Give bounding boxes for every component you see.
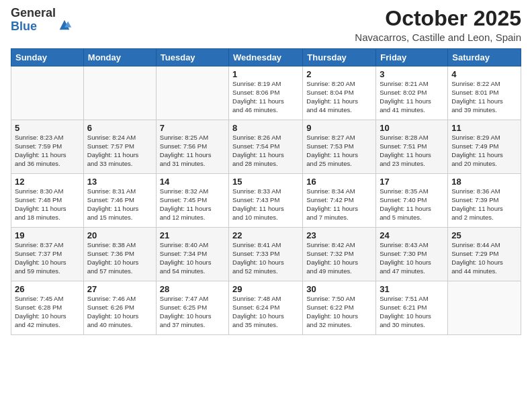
day-cell: 11Sunrise: 8:29 AM Sunset: 7:49 PM Dayli… <box>448 120 521 174</box>
day-cell: 14Sunrise: 8:32 AM Sunset: 7:45 PM Dayli… <box>156 174 228 228</box>
day-number: 28 <box>160 284 225 294</box>
day-info: Sunrise: 8:27 AM Sunset: 7:53 PM Dayligh… <box>306 134 372 168</box>
day-number: 27 <box>87 284 152 294</box>
day-number: 22 <box>232 230 299 240</box>
day-header-thursday: Thursday <box>303 49 376 66</box>
location-title: Navacarros, Castille and Leon, Spain <box>355 32 521 43</box>
day-cell: 13Sunrise: 8:31 AM Sunset: 7:46 PM Dayli… <box>83 174 156 228</box>
day-cell: 19Sunrise: 8:37 AM Sunset: 7:37 PM Dayli… <box>11 228 84 281</box>
day-cell: 27Sunrise: 7:46 AM Sunset: 6:26 PM Dayli… <box>83 281 156 335</box>
day-header-monday: Monday <box>83 49 156 66</box>
day-number: 17 <box>380 177 444 187</box>
day-cell: 29Sunrise: 7:48 AM Sunset: 6:24 PM Dayli… <box>229 281 303 335</box>
day-info: Sunrise: 8:20 AM Sunset: 8:04 PM Dayligh… <box>306 80 372 114</box>
day-cell: 10Sunrise: 8:28 AM Sunset: 7:51 PM Dayli… <box>376 120 448 174</box>
day-number: 21 <box>160 230 225 240</box>
day-cell: 23Sunrise: 8:42 AM Sunset: 7:32 PM Dayli… <box>303 228 376 281</box>
day-info: Sunrise: 7:45 AM Sunset: 6:28 PM Dayligh… <box>15 295 80 329</box>
day-cell: 25Sunrise: 8:44 AM Sunset: 7:29 PM Dayli… <box>448 228 521 281</box>
day-number: 25 <box>451 230 517 240</box>
day-cell: 30Sunrise: 7:50 AM Sunset: 6:22 PM Dayli… <box>303 281 376 335</box>
day-number: 12 <box>15 177 80 187</box>
day-info: Sunrise: 7:46 AM Sunset: 6:26 PM Dayligh… <box>87 295 152 329</box>
week-row-5: 26Sunrise: 7:45 AM Sunset: 6:28 PM Dayli… <box>11 281 521 335</box>
day-info: Sunrise: 8:36 AM Sunset: 7:39 PM Dayligh… <box>451 187 517 222</box>
day-number: 24 <box>380 230 444 240</box>
day-header-tuesday: Tuesday <box>156 49 228 66</box>
day-info: Sunrise: 7:47 AM Sunset: 6:25 PM Dayligh… <box>160 295 225 329</box>
day-info: Sunrise: 8:29 AM Sunset: 7:49 PM Dayligh… <box>451 134 517 168</box>
day-cell: 16Sunrise: 8:34 AM Sunset: 7:42 PM Dayli… <box>303 174 376 228</box>
day-info: Sunrise: 8:22 AM Sunset: 8:01 PM Dayligh… <box>451 80 517 114</box>
day-number: 16 <box>306 177 372 187</box>
day-number: 23 <box>306 230 372 240</box>
day-info: Sunrise: 8:31 AM Sunset: 7:46 PM Dayligh… <box>87 187 152 222</box>
day-cell: 18Sunrise: 8:36 AM Sunset: 7:39 PM Dayli… <box>448 174 521 228</box>
day-cell: 2Sunrise: 8:20 AM Sunset: 8:04 PM Daylig… <box>303 66 376 120</box>
day-number: 6 <box>87 123 152 133</box>
day-number: 10 <box>380 123 444 133</box>
day-info: Sunrise: 8:42 AM Sunset: 7:32 PM Dayligh… <box>306 241 372 275</box>
logo: General Blue <box>11 7 72 34</box>
day-number: 7 <box>160 123 225 133</box>
day-cell: 17Sunrise: 8:35 AM Sunset: 7:40 PM Dayli… <box>376 174 448 228</box>
day-info: Sunrise: 8:19 AM Sunset: 8:06 PM Dayligh… <box>232 80 299 114</box>
day-number: 29 <box>232 284 299 294</box>
day-cell: 21Sunrise: 8:40 AM Sunset: 7:34 PM Dayli… <box>156 228 228 281</box>
day-header-friday: Friday <box>376 49 448 66</box>
day-number: 26 <box>15 284 80 294</box>
day-header-saturday: Saturday <box>448 49 521 66</box>
day-cell: 28Sunrise: 7:47 AM Sunset: 6:25 PM Dayli… <box>156 281 228 335</box>
day-number: 11 <box>451 123 517 133</box>
day-cell <box>448 281 521 335</box>
day-info: Sunrise: 8:33 AM Sunset: 7:43 PM Dayligh… <box>232 187 299 222</box>
day-cell <box>11 66 84 120</box>
month-title: October 2025 <box>355 7 521 30</box>
day-number: 2 <box>306 69 372 79</box>
day-cell: 22Sunrise: 8:41 AM Sunset: 7:33 PM Dayli… <box>229 228 303 281</box>
day-cell: 1Sunrise: 8:19 AM Sunset: 8:06 PM Daylig… <box>229 66 303 120</box>
day-number: 8 <box>232 123 299 133</box>
day-number: 1 <box>232 69 299 79</box>
week-row-1: 1Sunrise: 8:19 AM Sunset: 8:06 PM Daylig… <box>11 66 521 120</box>
calendar-table: SundayMondayTuesdayWednesdayThursdayFrid… <box>11 48 521 335</box>
day-info: Sunrise: 8:44 AM Sunset: 7:29 PM Dayligh… <box>451 241 517 275</box>
page: General Blue October 2025 Navacarros, Ca… <box>0 0 532 411</box>
day-info: Sunrise: 8:24 AM Sunset: 7:57 PM Dayligh… <box>87 134 152 168</box>
day-cell: 15Sunrise: 8:33 AM Sunset: 7:43 PM Dayli… <box>229 174 303 228</box>
day-number: 4 <box>451 69 517 79</box>
day-info: Sunrise: 8:25 AM Sunset: 7:56 PM Dayligh… <box>160 134 225 168</box>
day-cell: 6Sunrise: 8:24 AM Sunset: 7:57 PM Daylig… <box>83 120 156 174</box>
day-number: 15 <box>232 177 299 187</box>
day-cell: 4Sunrise: 8:22 AM Sunset: 8:01 PM Daylig… <box>448 66 521 120</box>
day-info: Sunrise: 8:41 AM Sunset: 7:33 PM Dayligh… <box>232 241 299 275</box>
day-info: Sunrise: 8:40 AM Sunset: 7:34 PM Dayligh… <box>160 241 225 275</box>
day-number: 20 <box>87 230 152 240</box>
day-info: Sunrise: 7:48 AM Sunset: 6:24 PM Dayligh… <box>232 295 299 329</box>
day-header-wednesday: Wednesday <box>229 49 303 66</box>
day-info: Sunrise: 8:21 AM Sunset: 8:02 PM Dayligh… <box>380 80 444 114</box>
day-number: 30 <box>306 284 372 294</box>
day-info: Sunrise: 8:35 AM Sunset: 7:40 PM Dayligh… <box>380 187 444 222</box>
day-number: 3 <box>380 69 444 79</box>
calendar-header-row: SundayMondayTuesdayWednesdayThursdayFrid… <box>11 49 521 66</box>
day-number: 18 <box>451 177 517 187</box>
day-cell <box>83 66 156 120</box>
logo-general: General <box>11 7 56 20</box>
day-number: 14 <box>160 177 225 187</box>
header: General Blue October 2025 Navacarros, Ca… <box>11 7 521 43</box>
day-cell: 7Sunrise: 8:25 AM Sunset: 7:56 PM Daylig… <box>156 120 228 174</box>
day-cell: 12Sunrise: 8:30 AM Sunset: 7:48 PM Dayli… <box>11 174 84 228</box>
week-row-3: 12Sunrise: 8:30 AM Sunset: 7:48 PM Dayli… <box>11 174 521 228</box>
day-info: Sunrise: 8:43 AM Sunset: 7:30 PM Dayligh… <box>380 241 444 275</box>
day-cell <box>156 66 228 120</box>
day-cell: 8Sunrise: 8:26 AM Sunset: 7:54 PM Daylig… <box>229 120 303 174</box>
day-cell: 3Sunrise: 8:21 AM Sunset: 8:02 PM Daylig… <box>376 66 448 120</box>
day-info: Sunrise: 8:37 AM Sunset: 7:37 PM Dayligh… <box>15 241 80 275</box>
day-info: Sunrise: 8:23 AM Sunset: 7:59 PM Dayligh… <box>15 134 80 168</box>
day-info: Sunrise: 8:38 AM Sunset: 7:36 PM Dayligh… <box>87 241 152 275</box>
day-number: 13 <box>87 177 152 187</box>
title-block: October 2025 Navacarros, Castille and Le… <box>355 7 521 43</box>
day-info: Sunrise: 7:51 AM Sunset: 6:21 PM Dayligh… <box>380 295 444 329</box>
day-cell: 31Sunrise: 7:51 AM Sunset: 6:21 PM Dayli… <box>376 281 448 335</box>
